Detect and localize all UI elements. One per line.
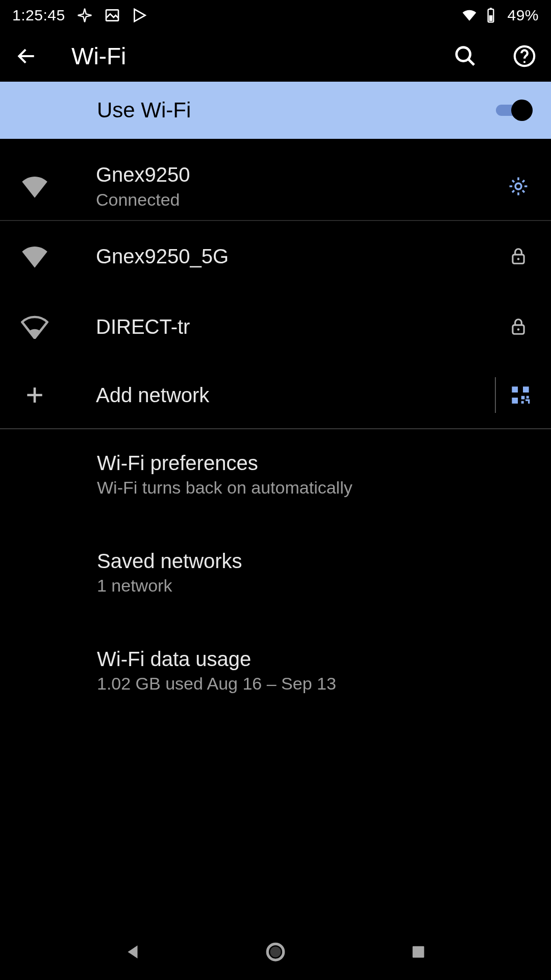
- network-ssid: Gnex9250_5G: [96, 244, 504, 268]
- wifi-signal-full-icon: [18, 240, 51, 273]
- svg-rect-20: [413, 946, 424, 958]
- status-time: 1:25:45: [12, 7, 65, 24]
- nav-recent-button[interactable]: [403, 937, 434, 967]
- svg-rect-13: [523, 386, 529, 393]
- network-list: Gnex9250 Connected Gnex9250_5G DIRECT-tr: [0, 139, 551, 708]
- svg-rect-17: [521, 401, 524, 404]
- svg-rect-15: [521, 396, 525, 400]
- nav-back-button[interactable]: [117, 937, 148, 967]
- page-title: Wi-Fi: [71, 42, 420, 70]
- svg-point-7: [515, 183, 521, 189]
- svg-rect-16: [527, 396, 529, 399]
- setting-title: Wi-Fi preferences: [97, 452, 533, 475]
- back-button[interactable]: [12, 42, 41, 70]
- svg-point-4: [457, 47, 470, 61]
- help-button[interactable]: [510, 42, 539, 70]
- svg-rect-12: [512, 386, 518, 393]
- setting-subtitle: 1.02 GB used Aug 16 – Sep 13: [97, 674, 533, 694]
- wifi-signal-low-icon: [18, 310, 51, 343]
- setting-subtitle: 1 network: [97, 576, 533, 596]
- play-store-icon: [132, 7, 148, 23]
- wifi-settings-list: Wi-Fi preferences Wi-Fi turns back on au…: [0, 429, 551, 708]
- saved-networks-row[interactable]: Saved networks 1 network: [0, 535, 551, 610]
- qr-scan-button[interactable]: [508, 383, 533, 407]
- lock-icon: [504, 242, 533, 271]
- vertical-divider: [495, 377, 496, 413]
- network-row-connected[interactable]: Gnex9250 Connected: [0, 152, 551, 220]
- search-button[interactable]: [451, 42, 480, 70]
- plus-icon: [18, 379, 51, 411]
- svg-point-19: [270, 947, 281, 958]
- app-bar: Wi-Fi: [0, 31, 551, 82]
- network-status: Connected: [96, 190, 504, 210]
- use-wifi-toggle-row[interactable]: Use Wi-Fi: [0, 82, 551, 139]
- use-wifi-label: Use Wi-Fi: [97, 98, 496, 122]
- setting-subtitle: Wi-Fi turns back on automatically: [97, 478, 533, 498]
- add-network-row[interactable]: Add network: [0, 362, 551, 428]
- use-wifi-toggle[interactable]: [496, 100, 533, 121]
- nav-home-button[interactable]: [260, 937, 291, 967]
- image-icon: [104, 7, 120, 23]
- add-network-label: Add network: [96, 384, 483, 407]
- wifi-preferences-row[interactable]: Wi-Fi preferences Wi-Fi turns back on au…: [0, 437, 551, 512]
- setting-title: Wi-Fi data usage: [97, 648, 533, 671]
- svg-rect-14: [512, 398, 518, 404]
- battery-percent: 49%: [507, 7, 539, 24]
- wifi-data-usage-row[interactable]: Wi-Fi data usage 1.02 GB used Aug 16 – S…: [0, 633, 551, 708]
- photos-sync-icon: [77, 7, 93, 23]
- network-settings-button[interactable]: [504, 172, 533, 201]
- status-bar: 1:25:45 49%: [0, 0, 551, 31]
- navigation-bar: [0, 924, 551, 980]
- svg-point-9: [517, 258, 519, 260]
- svg-rect-2: [490, 8, 492, 9]
- network-row[interactable]: DIRECT-tr: [0, 291, 551, 362]
- network-ssid: DIRECT-tr: [96, 314, 504, 339]
- svg-point-6: [523, 61, 525, 63]
- setting-title: Saved networks: [97, 550, 533, 573]
- wifi-signal-full-icon: [18, 170, 51, 203]
- wifi-status-icon: [461, 7, 478, 23]
- network-row[interactable]: Gnex9250_5G: [0, 221, 551, 291]
- lock-icon: [504, 312, 533, 341]
- network-ssid: Gnex9250: [96, 162, 504, 187]
- svg-point-11: [517, 328, 519, 330]
- svg-rect-3: [489, 15, 493, 21]
- battery-status-icon: [483, 7, 499, 23]
